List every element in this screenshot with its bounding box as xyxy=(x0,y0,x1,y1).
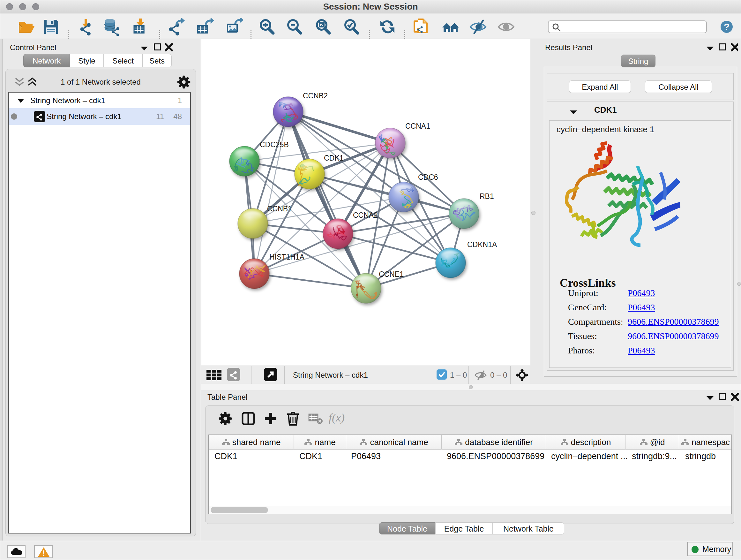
svg-text:RB1: RB1 xyxy=(480,192,494,200)
svg-text:CCNA1: CCNA1 xyxy=(405,122,430,130)
svg-text:CCNB1: CCNB1 xyxy=(267,205,292,213)
svg-text:HIST1H1A: HIST1H1A xyxy=(269,253,305,261)
svg-text:CDC25B: CDC25B xyxy=(260,140,289,149)
svg-text:CDC6: CDC6 xyxy=(418,173,438,181)
svg-text:CCNE1: CCNE1 xyxy=(379,270,404,278)
svg-text:CCNA2: CCNA2 xyxy=(353,211,378,219)
svg-text:CDK1: CDK1 xyxy=(324,154,343,162)
svg-text:CDKN1A: CDKN1A xyxy=(467,240,497,249)
svg-text:CCNB2: CCNB2 xyxy=(303,91,328,100)
